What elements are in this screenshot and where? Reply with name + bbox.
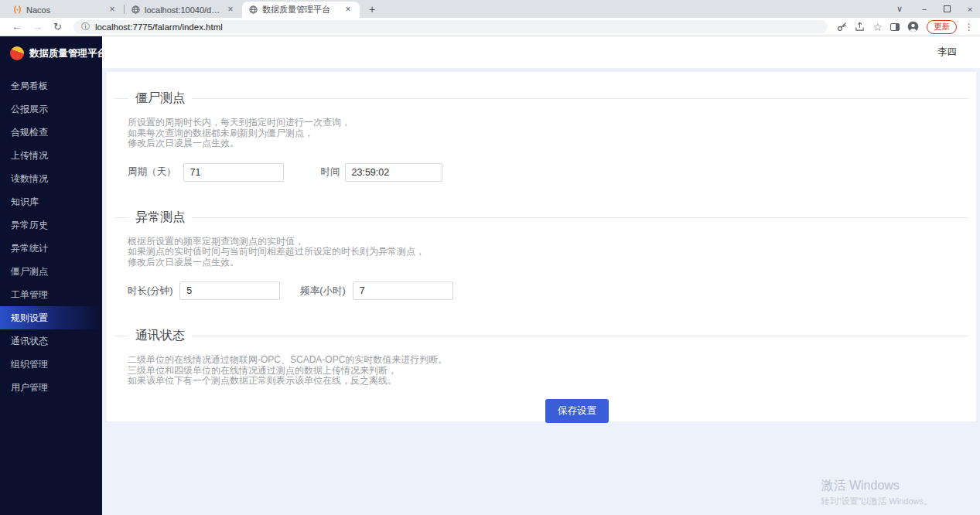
address-bar[interactable]: ⓘ localhost:7775/falarm/index.html [73, 20, 828, 34]
sidebar-item-organization[interactable]: 组织管理 [0, 353, 102, 376]
actions-row: 保存设置 [107, 399, 976, 423]
frequency-hours-label: 频率(小时) [300, 285, 345, 298]
description-line: 修改后次日凌晨一点生效。 [128, 138, 976, 149]
description-line: 如果该单位下有一个测点数据正常则表示该单位在线，反之离线。 [128, 376, 976, 387]
cycle-days-label: 周期（天） [128, 165, 176, 179]
time-label: 时间 [321, 165, 340, 179]
new-tab-button[interactable]: + [363, 2, 381, 17]
form-row: 时长(分钟) 频率(小时) [128, 281, 976, 300]
back-icon[interactable]: ← [12, 21, 22, 32]
section-abnormal-points: 异常测点 根据所设置的频率定期查询测点的实时值， 如果测点的实时值时间与当前时间… [107, 210, 976, 301]
sidebar-item-global-dashboard[interactable]: 全局看板 [0, 74, 102, 97]
tab-title: 数据质量管理平台 [262, 4, 338, 15]
sidebar-item-bulletin-display[interactable]: 公报展示 [0, 97, 102, 121]
duration-minutes-label: 时长(分钟) [128, 285, 172, 298]
section-zombie-points: 僵尸测点 所设置的周期时长内，每天到指定时间进行一次查询， 如果每次查询的数据都… [107, 90, 976, 182]
browser-window: Nacos × localhost:10040/demo/psjdbc × 数据… [0, 0, 980, 515]
section-description: 二级单位的在线情况通过物联网-OPC、SCADA-OPC的实时数值来进行判断。 … [128, 355, 976, 387]
toolbar-actions: ☆ 更新 ⋮ [837, 20, 974, 34]
frequency-hours-input[interactable] [353, 281, 453, 300]
tab-close-icon[interactable]: × [343, 5, 353, 15]
section-description: 根据所设置的频率定期查询测点的实时值， 如果测点的实时值时间与当前时间相差超过所… [128, 237, 976, 268]
description-line: 根据所设置的频率定期查询测点的实时值， [128, 237, 976, 247]
time-input[interactable] [345, 163, 442, 182]
tab-title: localhost:10040/demo/psjdbc [145, 5, 220, 15]
side-panel-icon[interactable] [890, 23, 900, 31]
sidebar-menu: 全局看板 公报展示 合规检查 上传情况 读数情况 知识库 异常历史 异常统计 僵… [0, 74, 102, 399]
sidebar-item-communication-status[interactable]: 通讯状态 [0, 329, 102, 353]
globe-icon [131, 5, 140, 15]
form-row: 周期（天） 时间 [128, 163, 976, 182]
browser-tab-data-quality-platform[interactable]: 数据质量管理平台 × [242, 2, 360, 18]
description-line: 所设置的周期时长内，每天到指定时间进行一次查询， [128, 118, 976, 128]
sidebar-item-zombie-points[interactable]: 僵尸测点 [0, 260, 102, 283]
sidebar-item-user-management[interactable]: 用户管理 [0, 376, 102, 399]
browser-tab-nacos[interactable]: Nacos × [6, 2, 124, 18]
watermark-line: 激活 Windows [821, 478, 933, 494]
sidebar-item-reading-status[interactable]: 读数情况 [0, 167, 102, 190]
section-title: 僵尸测点 [135, 90, 185, 107]
forward-icon[interactable]: → [32, 21, 43, 32]
section-title: 通讯状态 [135, 328, 185, 344]
sidebar-item-abnormal-history[interactable]: 异常历史 [0, 213, 102, 237]
current-user-name[interactable]: 李四 [937, 46, 957, 59]
description-line: 修改后次日凌晨一点生效。 [128, 258, 976, 268]
app-header: 李四 [102, 36, 980, 68]
description-line: 二级单位的在线情况通过物联网-OPC、SCADA-OPC的实时数值来进行判断。 [128, 355, 976, 366]
watermark-line: 转到"设置"以激活 Windows。 [821, 496, 933, 507]
tab-close-icon[interactable]: × [107, 5, 118, 15]
description-line: 三级单位和四级单位的在线情况通过测点的数据上传情况来判断， [128, 366, 976, 377]
section-title: 异常测点 [135, 210, 185, 226]
browser-toolbar: ← → ↻ ⓘ localhost:7775/falarm/index.html… [0, 18, 980, 36]
tab-title: Nacos [26, 5, 102, 15]
save-settings-button[interactable]: 保存设置 [545, 399, 609, 423]
window-controls: ∨ − × [894, 0, 975, 18]
app-title: 数据质量管理平台 [29, 47, 107, 60]
password-key-icon[interactable] [837, 22, 847, 32]
browser-menu-icon[interactable]: ⋮ [965, 22, 974, 32]
sidebar-item-compliance-check[interactable]: 合规检查 [0, 121, 102, 144]
petro-logo-icon [10, 46, 24, 60]
url-text: localhost:7775/falarm/index.html [95, 22, 223, 32]
section-description: 所设置的周期时长内，每天到指定时间进行一次查询， 如果每次查询的数据都未刷新则为… [128, 118, 976, 149]
chrome-update-button[interactable]: 更新 [927, 20, 957, 34]
minimize-button[interactable]: − [919, 5, 930, 14]
browser-tab-psjdbc[interactable]: localhost:10040/demo/psjdbc × [125, 2, 242, 18]
cycle-days-input[interactable] [183, 163, 284, 182]
settings-card: 僵尸测点 所设置的周期时长内，每天到指定时间进行一次查询， 如果每次查询的数据都… [107, 72, 976, 421]
site-info-icon[interactable]: ⓘ [81, 21, 90, 32]
refresh-icon[interactable]: ↻ [53, 21, 62, 32]
duration-minutes-input[interactable] [179, 281, 280, 300]
sidebar-item-rule-settings[interactable]: 规则设置 [0, 306, 102, 329]
profile-avatar-icon[interactable] [907, 21, 919, 32]
bookmark-star-icon[interactable]: ☆ [872, 21, 883, 33]
tab-close-icon[interactable]: × [225, 5, 236, 15]
section-communication-status: 通讯状态 二级单位的在线情况通过物联网-OPC、SCADA-OPC的实时数值来进… [107, 328, 976, 387]
nacos-favicon-icon [12, 5, 22, 15]
maximize-button[interactable] [944, 5, 951, 12]
sidebar-item-upload-status[interactable]: 上传情况 [0, 144, 102, 167]
app-logo: 数据质量管理平台 [0, 36, 102, 71]
sidebar-item-work-order[interactable]: 工单管理 [0, 283, 102, 306]
globe-icon [248, 5, 258, 15]
browser-tabstrip: Nacos × localhost:10040/demo/psjdbc × 数据… [0, 0, 980, 18]
main-area: 李四 僵尸测点 所设置的周期时长内，每天到指定时间进行一次查询， 如果每次查询的… [102, 36, 980, 515]
close-window-button[interactable]: × [965, 5, 975, 14]
browser-menu-chevron-icon[interactable]: ∨ [894, 4, 905, 14]
share-icon[interactable] [855, 22, 865, 32]
section-divider: 僵尸测点 [114, 90, 968, 107]
windows-activation-watermark: 激活 Windows 转到"设置"以激活 Windows。 [821, 478, 933, 507]
description-line: 如果每次查询的数据都未刷新则为僵尸测点， [128, 128, 976, 139]
section-divider: 通讯状态 [114, 328, 968, 344]
description-line: 如果测点的实时值时间与当前时间相差超过所设定的时长则为异常测点， [128, 247, 976, 258]
section-divider: 异常测点 [114, 210, 968, 226]
app-root: 数据质量管理平台 全局看板 公报展示 合规检查 上传情况 读数情况 知识库 异常… [0, 36, 980, 515]
sidebar: 数据质量管理平台 全局看板 公报展示 合规检查 上传情况 读数情况 知识库 异常… [0, 36, 102, 515]
sidebar-item-knowledge-base[interactable]: 知识库 [0, 190, 102, 213]
sidebar-item-abnormal-statistics[interactable]: 异常统计 [0, 237, 102, 260]
